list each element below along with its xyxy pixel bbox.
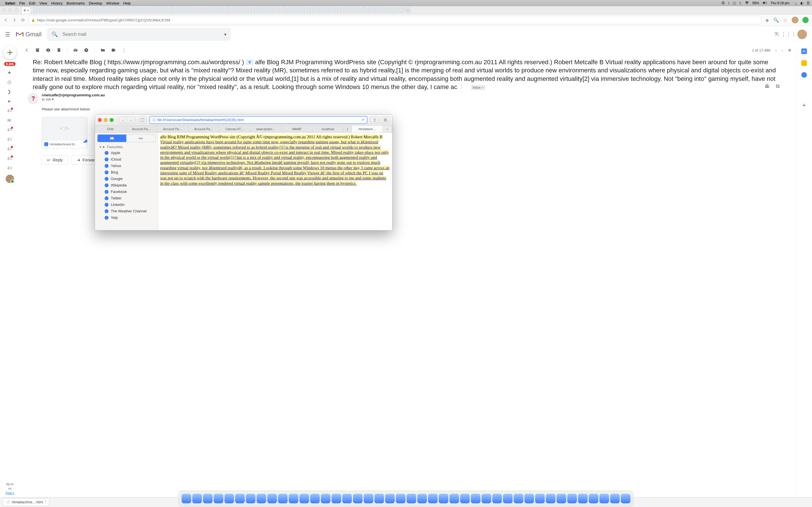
pinned-tab[interactable] [337,8,342,13]
pinned-tab[interactable] [188,8,193,13]
menubar-help[interactable]: Help [123,1,131,5]
pinned-tab[interactable] [58,8,63,13]
pinned-tab[interactable] [287,8,292,13]
mail-nav-icon[interactable]: ✉ [7,118,12,123]
pinned-tab[interactable] [120,8,125,13]
content-link[interactable]: Virtual reality applications have been a… [160,140,389,185]
mark-unread-icon[interactable] [73,48,78,53]
back-button[interactable] [3,17,8,22]
pinned-tab[interactable] [256,8,261,13]
pinned-tab[interactable] [182,8,187,13]
favourite-item[interactable]: Bing [95,169,158,175]
minimize-window-icon[interactable] [104,118,108,122]
pinned-tab[interactable] [225,8,231,13]
tab[interactable]: Onlir [95,126,126,132]
pinned-tab[interactable] [101,8,106,13]
main-menu-button[interactable]: ☰ [5,31,10,38]
pinned-tab[interactable] [219,8,224,13]
tabs-overview-icon[interactable]: ⧉ [381,117,389,123]
pinned-tab[interactable] [139,8,144,13]
category-nav-icon[interactable]: 🏷 [7,147,12,152]
pinned-tab[interactable] [213,8,218,13]
snoozed-nav-icon[interactable]: ◷ [7,79,12,84]
pinned-tab[interactable] [200,8,206,13]
menubar-edit[interactable]: Edit [29,1,35,5]
sent-nav-icon[interactable]: ➤ [7,99,12,104]
window-controls[interactable] [2,8,18,12]
forward-button[interactable] [12,17,17,22]
pinned-tab[interactable] [262,8,267,13]
pinned-tab[interactable] [238,8,243,13]
pinned-tab[interactable] [52,8,57,13]
reading-list-tab-icon[interactable]: 👓 [126,135,155,142]
favourite-item[interactable]: The Weather Channel [95,208,158,214]
address-bar[interactable]: 🔒 https://mail.google.com/mail/u/0/#inbo… [29,16,406,24]
report-spam-icon[interactable] [46,48,51,53]
pinned-tab[interactable] [331,8,336,13]
search-options-icon[interactable]: ▾ [224,32,226,37]
pinned-tab[interactable] [39,8,44,13]
snooze-icon[interactable] [84,48,89,53]
pinned-tab[interactable] [362,8,367,13]
pinned-tab[interactable] [380,8,386,13]
menubar-app[interactable]: Safari [5,1,15,5]
show-details-icon[interactable]: ▾ [52,97,54,101]
zoom-window-icon[interactable] [110,118,114,122]
important-nav-icon[interactable]: ❯ [7,89,12,94]
pinned-tab[interactable] [294,8,299,13]
archive-icon[interactable] [35,48,40,53]
search-input[interactable] [62,32,220,37]
pinned-tab[interactable] [306,8,311,13]
pinned-tab[interactable] [33,8,38,13]
pinned-tab[interactable] [163,8,168,13]
pinned-tab[interactable] [368,8,373,13]
tab[interactable]: localhost [313,126,344,132]
move-to-icon[interactable] [100,48,105,53]
pinned-tab[interactable] [244,8,249,13]
pinned-tab[interactable] [77,8,82,13]
more-actions-icon[interactable]: ⋮ [122,48,127,53]
pinned-tab[interactable] [89,8,94,13]
gmail-logo[interactable]: Gmail [16,31,42,38]
pinned-tab[interactable] [169,8,174,13]
new-tab-icon[interactable]: ＋ [383,126,392,132]
sidebar-toggle-icon[interactable]: ☐ [138,117,147,123]
pinned-tab[interactable] [232,8,237,13]
pinned-tab[interactable] [324,8,329,13]
tab[interactable]: Account Pa… [188,126,219,132]
sidebar-segmented-control[interactable]: 📖 👓 [97,134,155,142]
tab[interactable]: ( [344,126,352,132]
pinned-tab[interactable] [374,8,379,13]
pinned-tab[interactable] [151,8,156,13]
pinned-tab[interactable] [343,8,348,13]
tab[interactable]: Account Pa… [157,126,188,132]
pinned-tab[interactable] [281,8,286,13]
minimize-window-icon[interactable] [8,8,12,12]
favourites-section[interactable]: ▾ ★ Favourites [95,144,158,150]
pinned-tab[interactable] [95,8,100,13]
new-tab-button[interactable]: ＋ [405,8,406,13]
favourite-item[interactable]: Facebook [95,188,158,195]
pinned-tab[interactable] [399,8,404,13]
category-nav-icon[interactable]: 🏷 [7,166,12,171]
pinned-tab[interactable] [300,8,305,13]
pinned-tab[interactable] [45,8,50,13]
favourite-item[interactable]: Wikipedia [95,182,158,188]
tab[interactable]: Account Pa… [126,126,157,132]
pinned-tab[interactable] [83,8,88,13]
delete-icon[interactable] [56,48,61,53]
menubar-develop[interactable]: Develop [89,1,102,5]
pinned-tab[interactable] [114,8,119,13]
search-icon[interactable]: 🔍 [52,31,58,38]
pinned-tab[interactable] [387,8,392,13]
forward-icon[interactable]: › [127,117,135,123]
nav-buttons[interactable]: ‹ › [119,117,135,123]
pinned-tab[interactable] [157,8,162,13]
tab-active[interactable]: htmlattach… [352,126,383,132]
favourite-item[interactable]: LinkedIn [95,202,158,208]
pinned-tab[interactable] [64,8,69,13]
compose-button[interactable] [3,46,17,59]
category-nav-icon[interactable]: 🏷 [7,156,12,161]
inbox-count-badge[interactable]: 8,306 [4,62,15,66]
sender-avatar[interactable]: ? [28,93,39,104]
